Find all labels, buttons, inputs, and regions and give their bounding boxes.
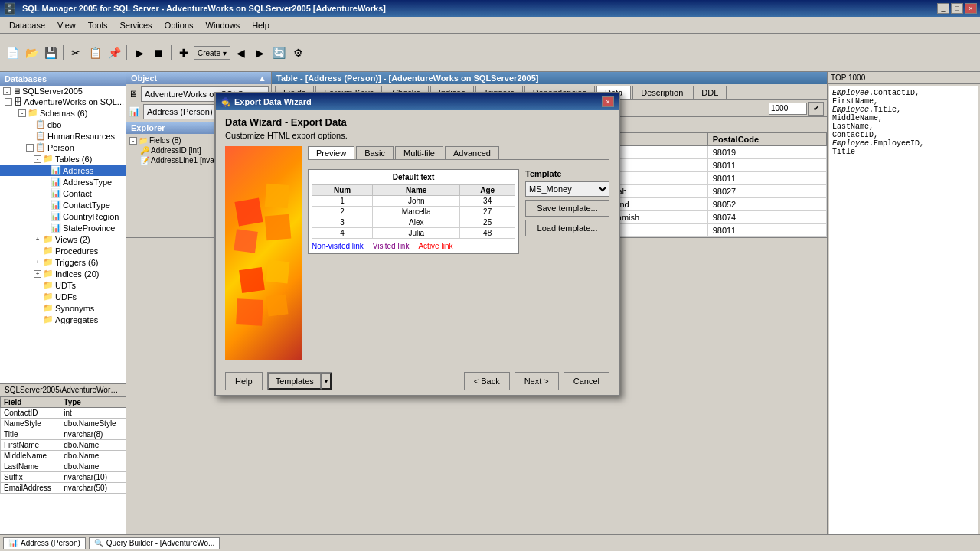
table-row: 4Julia48 <box>312 228 515 239</box>
back-button[interactable]: < Back <box>464 372 510 390</box>
svg-rect-0 <box>234 197 263 226</box>
wizard-logo <box>225 146 302 360</box>
wizard-subtitle: Customize HTML export options. <box>225 131 609 140</box>
wizard-title: Data Wizard - Export Data <box>225 116 609 128</box>
svg-rect-1 <box>265 184 290 209</box>
save-template-button[interactable]: Save template... <box>525 200 609 217</box>
svg-rect-2 <box>234 229 258 253</box>
table-row: 1John34 <box>312 196 515 207</box>
preview-title: Default text <box>312 173 515 181</box>
template-section: Template MS_Money Save template... Load … <box>525 169 609 254</box>
active-link[interactable]: Active link <box>418 242 452 250</box>
dialog-tabs: Preview Basic Multi-file Advanced <box>308 146 609 160</box>
non-visited-link[interactable]: Non-visited link <box>312 242 364 250</box>
template-label: Template <box>525 169 609 178</box>
templates-button-split: Templates ▾ <box>267 372 332 390</box>
dialog-overlay: 🧙 Export Data Wizard × Data Wizard - Exp… <box>0 0 980 551</box>
preview-table: NumNameAge 1John342Marcella273Alex254Jul… <box>312 184 515 239</box>
preview-section: Default text NumNameAge 1John342Marcella… <box>308 169 519 254</box>
dialog-close-button[interactable]: × <box>602 96 614 107</box>
export-wizard-dialog: 🧙 Export Data Wizard × Data Wizard - Exp… <box>214 92 620 396</box>
tab-multifile[interactable]: Multi-file <box>395 146 443 159</box>
dialog-title-bar: 🧙 Export Data Wizard × <box>216 93 619 110</box>
cancel-button[interactable]: Cancel <box>564 372 609 390</box>
svg-rect-3 <box>265 214 292 241</box>
wizard-body: Preview Basic Multi-file Advanced Defaul… <box>225 146 609 360</box>
tab-advanced[interactable]: Advanced <box>445 146 499 159</box>
table-row: 3Alex25 <box>312 217 515 228</box>
template-select[interactable]: MS_Money <box>525 181 609 197</box>
dialog-title-text: Export Data Wizard <box>234 97 312 106</box>
svg-rect-5 <box>266 260 290 284</box>
preview-links: Non-visited link Visited link Active lin… <box>312 242 515 250</box>
next-button[interactable]: Next > <box>514 372 559 390</box>
preview-template-row: Default text NumNameAge 1John342Marcella… <box>308 169 609 254</box>
svg-rect-7 <box>266 295 289 317</box>
svg-rect-6 <box>236 298 263 326</box>
tab-preview[interactable]: Preview <box>308 146 354 159</box>
templates-dropdown-arrow[interactable]: ▾ <box>321 373 332 390</box>
load-template-button[interactable]: Load template... <box>525 220 609 236</box>
tab-basic[interactable]: Basic <box>356 146 394 159</box>
svg-rect-4 <box>239 267 265 293</box>
dialog-content: Data Wizard - Export Data Customize HTML… <box>216 110 619 367</box>
table-row: 2Marcella27 <box>312 207 515 217</box>
help-button[interactable]: Help <box>225 372 263 390</box>
template-dropdown-row: MS_Money <box>525 181 609 197</box>
visited-link[interactable]: Visited link <box>373 242 410 250</box>
templates-button[interactable]: Templates <box>268 373 321 390</box>
wizard-right: Preview Basic Multi-file Advanced Defaul… <box>308 146 609 360</box>
dialog-buttons: Help Templates ▾ < Back Next > Cancel <box>216 367 619 395</box>
